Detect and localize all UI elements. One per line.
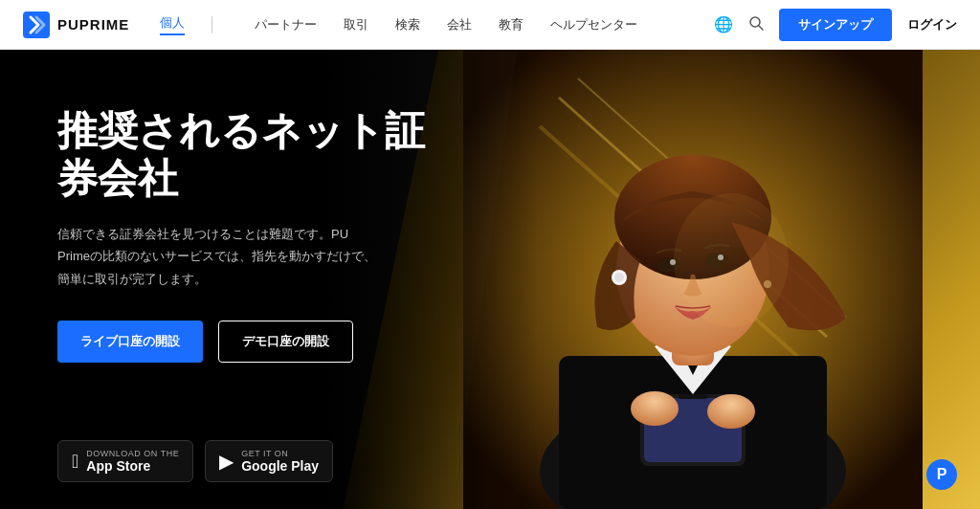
googleplay-text: GET IT ON Google Play: [241, 449, 319, 474]
googleplay-small-text: GET IT ON: [241, 449, 319, 458]
puprime-watermark: P: [926, 459, 957, 490]
hero-buttons: ライブ口座の開設 デモ口座の開設: [57, 321, 459, 363]
svg-rect-23: [679, 394, 707, 399]
logo-text: PUPRIME: [57, 16, 129, 33]
googleplay-badge[interactable]: ▶ GET IT ON Google Play: [205, 440, 333, 482]
app-badges:  Download on the App Store ▶ GET IT ON …: [57, 440, 333, 482]
appstore-small-text: Download on the: [86, 449, 179, 458]
header: PUPRIME 個人 パートナー 取引 検索 会社 教育 ヘルプセンター 🌐 サ…: [0, 0, 980, 50]
nav-item-kojin[interactable]: 個人: [160, 14, 185, 35]
nav-item-torihiki[interactable]: 取引: [344, 16, 368, 33]
nav-divider: [212, 16, 212, 33]
svg-point-25: [707, 394, 755, 429]
signup-button[interactable]: サインアップ: [779, 9, 892, 41]
appstore-badge[interactable]:  Download on the App Store: [57, 440, 193, 482]
appstore-text: Download on the App Store: [86, 449, 179, 474]
hero-subtitle: 信頼できる証券会社を見つけることは難題です。PU Primeの比類のないサービス…: [57, 223, 383, 290]
demo-account-button[interactable]: デモ口座の開設: [218, 321, 353, 363]
svg-point-24: [631, 391, 679, 426]
hero-content: 推奨されるネット証券会社 信頼できる証券会社を見つけることは難題です。PU Pr…: [57, 107, 459, 420]
header-right: 🌐 サインアップ ログイン: [714, 9, 957, 41]
hero-title: 推奨されるネット証券会社: [57, 107, 459, 204]
globe-icon[interactable]: 🌐: [714, 15, 733, 33]
login-button[interactable]: ログイン: [907, 16, 957, 33]
nav-item-kaisha[interactable]: 会社: [447, 16, 472, 33]
appstore-main-text: App Store: [86, 458, 179, 474]
nav-item-kensaku[interactable]: 検索: [395, 16, 420, 33]
svg-point-18: [614, 273, 624, 282]
logo-icon: [23, 11, 50, 38]
googleplay-main-text: Google Play: [241, 458, 319, 474]
live-account-button[interactable]: ライブ口座の開設: [57, 321, 203, 363]
search-icon[interactable]: [748, 15, 764, 34]
nav-item-help[interactable]: ヘルプセンター: [550, 16, 637, 33]
logo-area[interactable]: PUPRIME: [23, 11, 129, 38]
nav-item-partner[interactable]: パートナー: [255, 16, 317, 33]
main-nav: 個人 パートナー 取引 検索 会社 教育 ヘルプセンター: [160, 14, 714, 35]
nav-item-kyoiku[interactable]: 教育: [499, 16, 523, 33]
googleplay-icon: ▶: [219, 450, 234, 473]
apple-icon: : [72, 451, 78, 473]
watermark-letter: P: [937, 466, 947, 483]
svg-point-26: [674, 193, 789, 327]
svg-line-2: [759, 26, 763, 30]
hero-section: 推奨されるネット証券会社 信頼できる証券会社を見つけることは難題です。PU Pr…: [0, 50, 980, 509]
